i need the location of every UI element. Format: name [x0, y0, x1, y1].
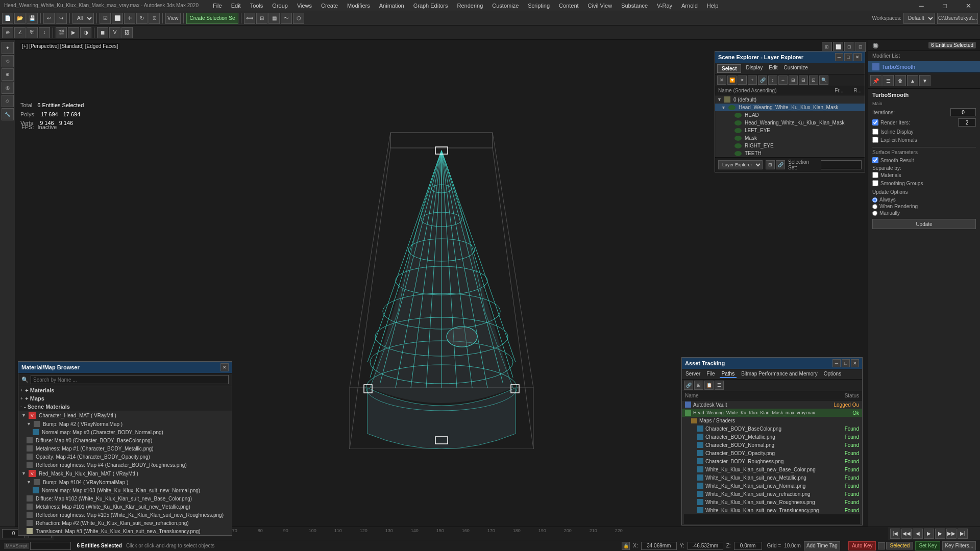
- selection-filter-dropdown[interactable]: All: [72, 13, 94, 24]
- menu-substance[interactable]: Substance: [617, 2, 652, 10]
- modifier-delete-btn[interactable]: 🗑: [895, 75, 906, 86]
- go-start-btn[interactable]: |◀: [890, 529, 900, 539]
- mirror-button[interactable]: ⟺: [244, 13, 255, 24]
- align-button[interactable]: ⊟: [256, 13, 267, 24]
- modify-panel-btn[interactable]: ⟲: [2, 55, 14, 67]
- tree-item-mask2[interactable]: Head_Wearing_White_Ku_Klux_Klan_Mask: [715, 119, 865, 127]
- menu-create[interactable]: Create: [317, 2, 342, 10]
- mat-bump2[interactable]: ▼ Bump: Map #2 ( VRayNormalMap ): [18, 420, 232, 428]
- menu-file[interactable]: File: [209, 2, 226, 10]
- menu-animation[interactable]: Animation: [375, 2, 408, 10]
- menu-modifiers[interactable]: Modifiers: [343, 2, 374, 10]
- tree-item-head[interactable]: HEAD: [715, 111, 865, 119]
- smoothing-groups-checkbox[interactable]: [872, 180, 878, 186]
- scene-customize-menu[interactable]: Customize: [782, 64, 810, 73]
- mat-search-input[interactable]: [31, 375, 229, 384]
- se-tool3[interactable]: ✦: [738, 76, 747, 85]
- tree-item-left-eye[interactable]: LEFT_EYE: [715, 127, 865, 134]
- mat-metalness101[interactable]: Metalness: Map #101 (White_Ku_Klux_Klan_…: [18, 503, 232, 511]
- minimize-button[interactable]: ─: [910, 0, 933, 11]
- update-button[interactable]: Update: [872, 219, 976, 229]
- asset-tracking-restore[interactable]: □: [842, 359, 850, 367]
- se-footer-btn2[interactable]: 🔗: [776, 160, 785, 169]
- asset-img10[interactable]: White_Ku_Klux_Klan_suit_new_Roughness.pn…: [682, 498, 862, 506]
- se-tool11[interactable]: 🔍: [819, 76, 828, 85]
- hierarchy-panel-btn[interactable]: ⊕: [2, 68, 14, 81]
- modifier-list-btn[interactable]: ☰: [883, 75, 894, 86]
- menu-vray[interactable]: V-Ray: [653, 2, 676, 10]
- lock-selection-btn[interactable]: 🔒: [622, 542, 630, 550]
- se-tool4[interactable]: +: [748, 76, 757, 85]
- mat-refraction2[interactable]: Refraction: Map #2 (White_Ku_Klux_Klan_s…: [18, 519, 232, 527]
- se-tool1[interactable]: ✕: [717, 76, 726, 85]
- asset-maps-folder[interactable]: Maps / Shaders: [682, 417, 862, 424]
- prev-frame-btn[interactable]: ◀: [913, 529, 923, 539]
- new-scene-button[interactable]: 📄: [2, 13, 13, 24]
- when-rendering-radio[interactable]: [872, 204, 877, 209]
- menu-edit[interactable]: Edit: [227, 2, 245, 10]
- mat-char-head[interactable]: ▼ V Character_Head_MAT ( VRayMtl ): [18, 411, 232, 420]
- vray-frame-button[interactable]: 🖼: [121, 27, 133, 38]
- curve-editor-button[interactable]: 〜: [281, 13, 292, 24]
- scale-button[interactable]: ⧖: [149, 13, 160, 24]
- se-tool7[interactable]: ↔: [778, 76, 788, 85]
- tree-item-mask-obj[interactable]: ▼ Head_Wearing_White_Ku_Klux_Klan_Mask: [715, 104, 865, 111]
- mat-section-scene[interactable]: - - Scene Materials: [18, 403, 232, 411]
- modifier-move-down-btn[interactable]: ▼: [919, 75, 930, 86]
- mat-opacity14[interactable]: Opacity: Map #14 (Character_BODY_Opacity…: [18, 453, 232, 461]
- save-button[interactable]: 💾: [27, 13, 38, 24]
- scene-edit-menu[interactable]: Edit: [767, 64, 779, 73]
- tree-item-0default[interactable]: ▼ 0 (default): [715, 95, 865, 104]
- asset-img9[interactable]: White_Ku_Klux_Klan_suit_new_refraction.p…: [682, 490, 862, 498]
- render-iters-checkbox[interactable]: [872, 119, 878, 126]
- asset-img11[interactable]: White_Ku_Klux_Klan_suit_new_Translucency…: [682, 506, 862, 513]
- asset-img4[interactable]: Character_BODY_Opacity.png Found: [682, 449, 862, 457]
- scene-explorer-close[interactable]: ✕: [853, 53, 862, 61]
- selection-indicator[interactable]: [878, 542, 885, 549]
- prev-key-btn[interactable]: ◀◀: [901, 529, 912, 539]
- utilities-panel-btn[interactable]: 🔧: [2, 108, 14, 120]
- z-coord-input[interactable]: [734, 542, 762, 550]
- close-button[interactable]: ✕: [957, 0, 980, 11]
- asset-tracking-close[interactable]: ✕: [851, 359, 859, 367]
- asset-img1[interactable]: Character_BODY_BaseColor.png Found: [682, 424, 862, 433]
- mat-normal-map3[interactable]: Normal map: Map #3 (Character_BODY_Norma…: [18, 428, 232, 436]
- se-tool8[interactable]: ⊞: [789, 76, 798, 85]
- vs-btn2[interactable]: ⬜: [833, 42, 843, 52]
- asset-tracking-minimize[interactable]: ─: [832, 359, 841, 367]
- se-footer-btn1[interactable]: ⊞: [766, 160, 775, 169]
- layer-explorer-dropdown[interactable]: Layer Explorer: [718, 160, 763, 169]
- menu-rendering[interactable]: Rendering: [453, 2, 487, 10]
- go-end-btn[interactable]: ▶|: [958, 529, 968, 539]
- x-coord-input[interactable]: [641, 542, 677, 550]
- auto-key-btn[interactable]: Auto Key: [848, 541, 876, 550]
- open-file-button[interactable]: 📂: [14, 13, 26, 24]
- manually-radio[interactable]: [872, 211, 877, 216]
- asset-img2[interactable]: Character_BODY_Metallic.png Found: [682, 433, 862, 441]
- play-btn[interactable]: ▶: [924, 529, 934, 539]
- spinner-snap-button[interactable]: ↕: [39, 27, 50, 38]
- mat-normal103[interactable]: Normal map: Map #103 (White_Ku_Klux_Klan…: [18, 486, 232, 494]
- menu-graph-editors[interactable]: Graph Editors: [409, 2, 452, 10]
- create-selection-set-button[interactable]: Create Selection Se: [186, 13, 239, 24]
- at-file-menu[interactable]: File: [705, 370, 716, 378]
- at-bitmap-menu[interactable]: Bitmap Performance and Memory: [740, 370, 819, 378]
- selection-set-input[interactable]: [821, 160, 862, 169]
- at-options-menu[interactable]: Options: [822, 370, 843, 378]
- smooth-result-checkbox[interactable]: [872, 157, 878, 163]
- schematic-button[interactable]: ⬡: [293, 13, 304, 24]
- at-tool3[interactable]: 📋: [704, 381, 714, 390]
- rotate-button[interactable]: ↻: [136, 13, 148, 24]
- mat-metalness1[interactable]: Metalness: Map #1 (Character_BODY_Metall…: [18, 444, 232, 453]
- set-key-btn[interactable]: Set Key: [915, 541, 940, 550]
- mat-bump104[interactable]: ▼ Bump: Map #104 ( VRayNormalMap ): [18, 478, 232, 486]
- snap-toggle-button[interactable]: ⊕: [2, 27, 13, 38]
- mat-refl105[interactable]: Reflection roughness: Map #105 (White_Ku…: [18, 511, 232, 519]
- menu-views[interactable]: Views: [293, 2, 316, 10]
- create-panel-btn[interactable]: ✦: [2, 42, 14, 54]
- asset-path-input[interactable]: [684, 514, 860, 524]
- tree-item-mask3[interactable]: Mask: [715, 134, 865, 142]
- mat-translucent3[interactable]: Translucent: Map #3 (White_Ku_Klux_Klan_…: [18, 527, 232, 535]
- modifier-move-up-btn[interactable]: ▲: [907, 75, 918, 86]
- isoline-checkbox[interactable]: [872, 129, 878, 135]
